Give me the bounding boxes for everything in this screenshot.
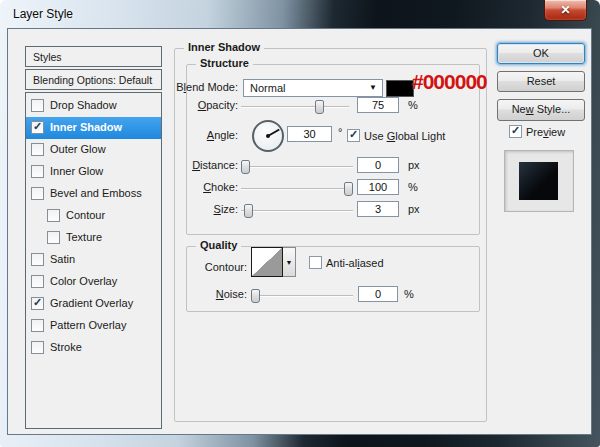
style-enabled-checkbox[interactable] <box>31 319 44 332</box>
slider-thumb[interactable] <box>241 160 250 174</box>
slider-track <box>241 166 353 168</box>
layer-style-dialog: Layer Style ✕ Styles Blending Options: D… <box>0 0 600 447</box>
dialog-content: Styles Blending Options: Default Drop Sh… <box>7 28 592 435</box>
sidebar-item-label: Drop Shadow <box>50 99 117 111</box>
contour-label: Contour: <box>167 261 247 273</box>
sidebar-style-item[interactable]: Stroke <box>26 337 161 359</box>
style-enabled-checkbox[interactable] <box>47 209 60 222</box>
style-enabled-checkbox[interactable] <box>31 121 44 134</box>
chevron-down-icon: ▼ <box>369 83 377 92</box>
style-enabled-checkbox[interactable] <box>31 99 44 112</box>
blending-options-label: Blending Options: Default <box>26 70 161 86</box>
sidebar-style-item[interactable]: Outer Glow <box>26 139 161 161</box>
choke-input[interactable] <box>357 179 399 195</box>
sidebar-style-item[interactable]: Inner Shadow <box>26 117 161 139</box>
distance-unit: px <box>408 159 420 171</box>
slider-thumb[interactable] <box>344 182 353 196</box>
size-label: Size: <box>158 203 238 215</box>
style-enabled-checkbox[interactable] <box>31 187 44 200</box>
close-button[interactable]: ✕ <box>544 0 587 21</box>
style-enabled-checkbox[interactable] <box>31 165 44 178</box>
styles-header[interactable]: Styles <box>25 46 162 67</box>
styles-header-label: Styles <box>26 47 161 63</box>
opacity-label: Opacity: <box>158 99 238 111</box>
sidebar-item-label: Pattern Overlay <box>50 319 126 331</box>
sidebar-item-label: Bevel and Emboss <box>50 187 142 199</box>
inner-shadow-title: Inner Shadow <box>184 41 264 53</box>
choke-unit: % <box>408 181 418 193</box>
contour-dropdown-button[interactable]: ▼ <box>283 247 296 277</box>
slider-track <box>241 106 349 108</box>
blend-mode-label: Blend Mode: <box>158 81 238 93</box>
sidebar-style-item[interactable]: Bevel and Emboss <box>26 183 161 205</box>
angle-dial[interactable] <box>252 120 284 152</box>
sidebar-style-item[interactable]: Pattern Overlay <box>26 315 161 337</box>
sidebar-item-label: Outer Glow <box>50 143 106 155</box>
reset-button[interactable]: Reset <box>497 71 585 92</box>
window-title: Layer Style <box>13 7 73 21</box>
noise-slider[interactable] <box>251 289 353 303</box>
sidebar-style-item[interactable]: Satin <box>26 249 161 271</box>
distance-slider[interactable] <box>241 160 353 174</box>
shadow-color-swatch[interactable] <box>386 80 414 97</box>
chevron-down-icon: ▼ <box>286 259 293 266</box>
angle-unit: ° <box>338 126 342 138</box>
sidebar-item-label: Inner Shadow <box>50 121 122 133</box>
quality-title: Quality <box>196 239 241 251</box>
close-icon: ✕ <box>560 3 570 17</box>
style-preview-box <box>504 150 574 212</box>
blending-options-item[interactable]: Blending Options: Default <box>25 69 162 90</box>
opacity-unit: % <box>408 99 418 111</box>
use-global-light-checkbox[interactable] <box>347 129 360 142</box>
styles-list: Drop Shadow Inner Shadow Outer Glow Inne… <box>25 92 162 429</box>
blend-mode-value: Normal <box>250 82 285 94</box>
sidebar-item-label: Stroke <box>50 341 82 353</box>
distance-input[interactable] <box>357 157 399 173</box>
opacity-input[interactable] <box>357 97 399 113</box>
style-enabled-checkbox[interactable] <box>31 143 44 156</box>
opacity-slider[interactable] <box>241 100 349 114</box>
ok-button[interactable]: OK <box>497 43 585 64</box>
titlebar[interactable]: Layer Style <box>0 0 600 28</box>
choke-slider[interactable] <box>241 182 353 196</box>
style-enabled-checkbox[interactable] <box>31 275 44 288</box>
style-preview-swatch <box>519 162 558 200</box>
slider-thumb[interactable] <box>315 100 324 114</box>
angle-input[interactable] <box>287 126 332 142</box>
sidebar-style-item[interactable]: Inner Glow <box>26 161 161 183</box>
noise-input[interactable] <box>358 286 398 302</box>
style-enabled-checkbox[interactable] <box>31 341 44 354</box>
style-enabled-checkbox[interactable] <box>47 231 60 244</box>
sidebar-item-label: Satin <box>50 253 75 265</box>
slider-thumb[interactable] <box>251 289 260 303</box>
use-global-light-label: Use Global Light <box>364 130 445 142</box>
sidebar-style-item[interactable]: Drop Shadow <box>26 95 161 117</box>
new-style-button[interactable]: New Style... <box>497 99 585 121</box>
preview-checkbox[interactable] <box>509 125 522 138</box>
contour-picker[interactable] <box>251 247 283 277</box>
sidebar-item-label: Contour <box>66 209 105 221</box>
angle-label: Angle: <box>158 129 238 141</box>
preview-label: Preview <box>526 126 565 138</box>
sidebar-style-item[interactable]: Gradient Overlay <box>26 293 161 315</box>
slider-track <box>241 210 353 212</box>
size-unit: px <box>408 203 420 215</box>
noise-unit: % <box>404 288 414 300</box>
angle-center-dot <box>266 134 270 138</box>
blend-mode-select[interactable]: Normal ▼ <box>243 79 383 97</box>
sidebar-style-item[interactable]: Color Overlay <box>26 271 161 293</box>
sidebar-item-label: Inner Glow <box>50 165 103 177</box>
distance-label: Distance: <box>158 159 238 171</box>
slider-thumb[interactable] <box>244 204 253 218</box>
size-input[interactable] <box>357 201 399 217</box>
choke-label: Choke: <box>158 181 238 193</box>
style-enabled-checkbox[interactable] <box>31 253 44 266</box>
style-enabled-checkbox[interactable] <box>31 297 44 310</box>
size-slider[interactable] <box>241 204 353 218</box>
structure-title: Structure <box>196 57 253 69</box>
sidebar-item-label: Gradient Overlay <box>50 297 133 309</box>
anti-aliased-checkbox[interactable] <box>309 256 322 269</box>
sidebar-style-item[interactable]: Contour <box>26 205 161 227</box>
sidebar-style-item[interactable]: Texture <box>26 227 161 249</box>
noise-label: Noise: <box>167 288 247 300</box>
